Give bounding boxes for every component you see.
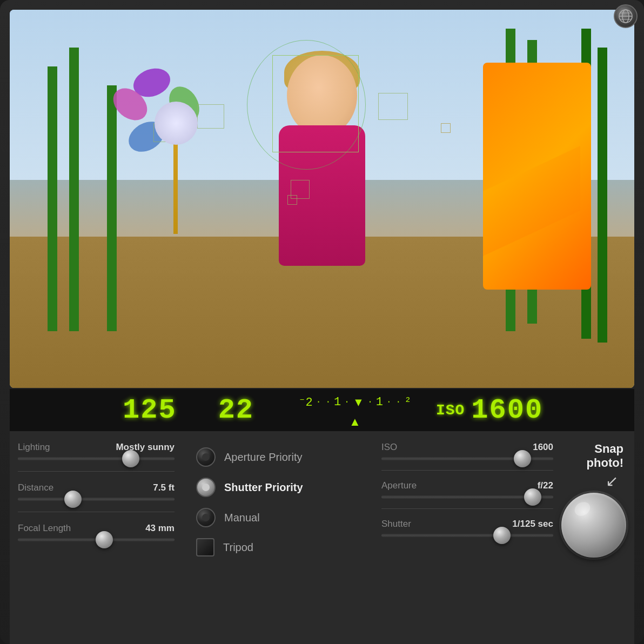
shutter-priority-option[interactable]: Shutter Priority	[196, 478, 363, 497]
af-box-pinwheel	[197, 104, 224, 129]
shutter-label: Shutter	[381, 519, 411, 529]
focal-control: Focal Length 43 mm	[18, 523, 175, 541]
focal-slider[interactable]	[18, 538, 175, 541]
shutter-value: 1/125 sec	[512, 519, 553, 529]
af-box-right	[378, 93, 408, 120]
snap-label: Snap photo!	[561, 442, 626, 470]
lighting-control: Lighting Mostly sunny	[18, 442, 175, 460]
hud-aperture-value: 22	[218, 394, 254, 426]
distance-thumb[interactable]	[64, 491, 82, 508]
snap-arrow-icon: ↙	[606, 472, 626, 490]
aperture-priority-option[interactable]: Aperture Priority	[196, 447, 363, 467]
mode-section: Aperture Priority Shutter Priority Manua…	[185, 442, 373, 636]
viewfinder	[10, 10, 634, 388]
lighting-label: Lighting	[18, 442, 50, 453]
aperture-value: f/22	[538, 480, 553, 491]
shutter-slider[interactable]	[381, 534, 553, 537]
iso-control: ISO 1600	[381, 442, 553, 460]
exposure-scale: ⁻2 · · 1 · ▾ · 1 · · ²	[298, 391, 411, 413]
af-dot-center	[287, 195, 297, 205]
tripod-checkbox[interactable]	[196, 538, 214, 556]
focal-label: Focal Length	[18, 523, 71, 534]
manual-label: Manual	[224, 512, 260, 524]
iso-slider[interactable]	[381, 457, 553, 460]
distance-slider[interactable]	[18, 498, 175, 501]
tripod-option[interactable]: Tripod	[196, 538, 363, 556]
hud-iso-label: ISO	[436, 402, 465, 419]
shutter-priority-label: Shutter Priority	[224, 481, 303, 494]
lighting-thumb[interactable]	[122, 450, 139, 467]
focal-thumb[interactable]	[96, 531, 113, 548]
iso-thumb[interactable]	[514, 450, 531, 467]
globe-button[interactable]	[614, 4, 638, 28]
right-controls: ISO 1600 Aperture f/22	[373, 442, 561, 636]
aperture-control: Aperture f/22	[381, 480, 553, 499]
distance-value: 7.5 ft	[153, 482, 175, 493]
hud-shutter-value: 125	[123, 394, 177, 426]
shutter-thumb[interactable]	[493, 527, 511, 544]
shutter-control: Shutter 1/125 sec	[381, 519, 553, 537]
shutter-priority-radio[interactable]	[196, 478, 216, 497]
manual-radio[interactable]	[196, 508, 216, 527]
af-dot-right	[441, 123, 451, 133]
left-controls: Lighting Mostly sunny Distance 7.5 ft	[18, 442, 185, 636]
camera-app: 125 22 ⁻2 · · 1 · ▾ · 1 · · ² ▲ IS	[0, 0, 644, 644]
lighting-value: Mostly sunny	[116, 442, 175, 453]
tripod-label: Tripod	[223, 541, 253, 554]
controls-panel: Lighting Mostly sunny Distance 7.5 ft	[10, 431, 634, 644]
aperture-thumb[interactable]	[524, 488, 541, 506]
distance-control: Distance 7.5 ft	[18, 482, 175, 501]
distance-label: Distance	[18, 482, 53, 493]
exposure-indicator: ▲	[349, 414, 361, 429]
hud-bar: 125 22 ⁻2 · · 1 · ▾ · 1 · · ² ▲ IS	[10, 388, 634, 431]
snap-section: Snap photo! ↙	[561, 442, 626, 636]
af-box-face	[272, 55, 359, 152]
focal-value: 43 mm	[145, 523, 175, 534]
hud-iso-value: 1600	[471, 394, 543, 426]
manual-option[interactable]: Manual	[196, 508, 363, 527]
aperture-label: Aperture	[381, 480, 417, 491]
aperture-priority-label: Aperture Priority	[224, 451, 303, 464]
iso-label: ISO	[381, 442, 397, 453]
iso-value: 1600	[533, 442, 553, 453]
aperture-slider[interactable]	[381, 495, 553, 499]
snap-button[interactable]	[561, 493, 626, 558]
lighting-slider[interactable]	[18, 457, 175, 460]
aperture-priority-radio[interactable]	[196, 447, 216, 467]
